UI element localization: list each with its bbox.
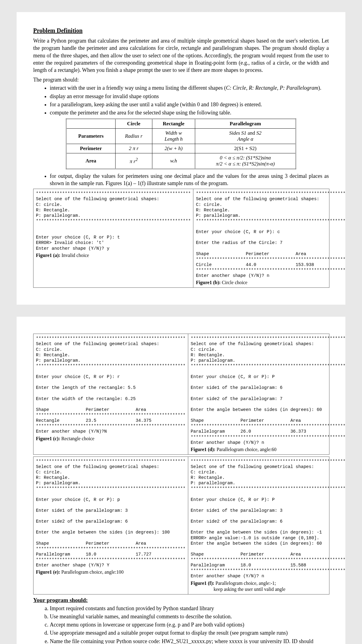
bullet-list-2: for output, display the values for perim…: [33, 172, 329, 187]
figure-c: ****************************************…: [33, 334, 188, 454]
item-a: Import required constants and function p…: [50, 605, 329, 612]
circle-perim: 2 π r: [115, 144, 152, 153]
para-param: Sides S1 and S2Angle α: [195, 128, 296, 144]
figure-c-text: ****************************************…: [36, 336, 186, 434]
table-empty-cell: [66, 119, 115, 128]
figure-a: ****************************************…: [33, 189, 193, 287]
your-program-heading: Your program should:: [33, 597, 329, 604]
page-2: ****************************************…: [17, 317, 345, 644]
figure-d: ****************************************…: [188, 334, 348, 454]
figure-e-text: ****************************************…: [36, 459, 186, 568]
figure-d-text: ****************************************…: [191, 336, 345, 445]
col-circle: Circle: [115, 119, 152, 128]
circle-param: Radius r: [115, 128, 152, 144]
bullet-parallelogram: for a parallelogram, keep asking the use…: [50, 101, 329, 108]
bullet-error: display an error message for invalid sha…: [50, 93, 329, 100]
bullet-interact: interact with the user in a friendly way…: [50, 84, 329, 91]
rect-param: Width wLength h: [152, 128, 195, 144]
figure-f: ****************************************…: [188, 457, 348, 594]
problem-definition-heading: Problem Definition: [33, 27, 329, 34]
figure-f-text: ****************************************…: [191, 459, 345, 579]
intro-paragraph: Write a Python program that calculates t…: [33, 37, 329, 74]
figure-b: ****************************************…: [193, 189, 348, 287]
figure-d-caption: Figure1 (d): Parallelogram choice, angle…: [191, 447, 345, 453]
formula-table: Circle Rectangle Parallelogram Parameter…: [66, 118, 296, 169]
figure-e-caption: Figure1 (e): Parallelogram choice, angle…: [36, 569, 186, 575]
row-parameters: Parameters: [66, 128, 115, 144]
col-rectangle: Rectangle: [152, 119, 195, 128]
page-1: Problem Definition Write a Python progra…: [17, 12, 345, 305]
bullet-compute: compute the perimeter and the area for t…: [50, 109, 329, 116]
figure-c-caption: Figure1 (c): Rectangle choice: [36, 436, 186, 442]
figure-row-ef: ****************************************…: [33, 457, 329, 594]
bullet-output: for output, display the values for perim…: [50, 172, 329, 187]
figure-row-cd: ****************************************…: [33, 334, 329, 455]
item-e: Name the file containing your Python sou…: [50, 638, 329, 644]
col-parallelogram: Parallelogram: [195, 119, 296, 128]
program-should-lead: The program should:: [33, 77, 329, 83]
figure-row-ab: ****************************************…: [33, 189, 329, 288]
figure-a-caption: Figure1 (a): Invalid choice: [36, 252, 191, 258]
figure-e: ****************************************…: [33, 457, 188, 594]
alpha-list: Import required constants and function p…: [33, 605, 329, 644]
circle-area: π r2: [115, 153, 152, 169]
row-perimeter: Perimeter: [66, 144, 115, 153]
row-area: Area: [66, 153, 115, 169]
figure-a-text: ****************************************…: [36, 191, 191, 251]
item-d: Use appropriate messaged and a suitable …: [50, 629, 329, 636]
bullet-list-1: interact with the user in a friendly way…: [33, 84, 329, 116]
figure-f-caption: Figure1 (f): Parallelogram choice, angle…: [191, 580, 345, 592]
item-c: Accept menu options in lowercase or uppe…: [50, 621, 329, 628]
rect-perim: 2(w + h): [152, 144, 195, 153]
rect-area: w.h: [152, 153, 195, 169]
figure-b-caption: Figure1 (b): Circle choice: [196, 280, 345, 286]
para-perim: 2(S1 + S2): [195, 144, 296, 153]
figure-b-text: ****************************************…: [196, 191, 345, 278]
para-area: 0 < α ≤ π/2: (S1*S2)sinαπ/2 < α ≤ π: (S1…: [195, 153, 296, 169]
item-b: Use meaningful variable names, and meani…: [50, 613, 329, 620]
